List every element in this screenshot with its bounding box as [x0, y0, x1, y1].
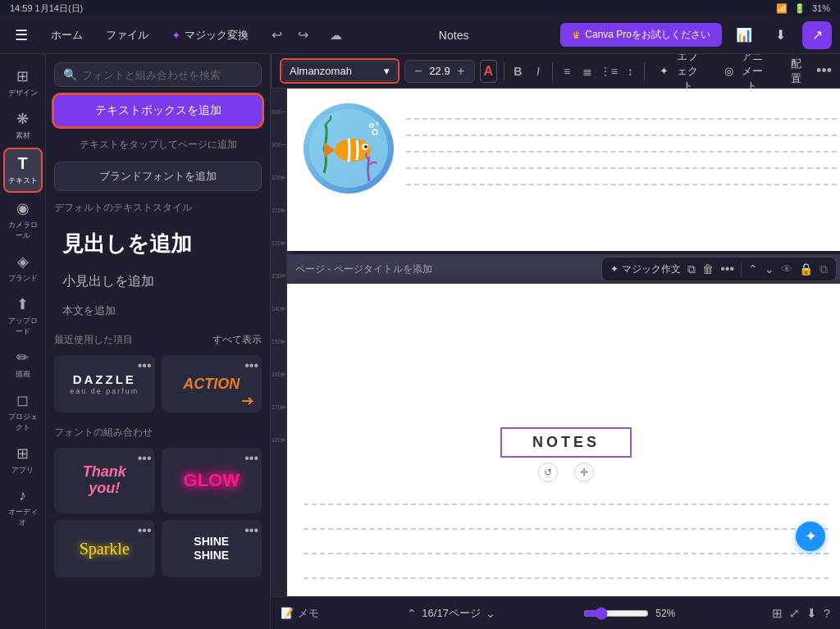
tap-hint-text: テキストをタップしてページに追加 — [54, 133, 262, 157]
fullscreen-button[interactable]: ⤢ — [789, 606, 800, 621]
memo-button[interactable]: 📝 メモ — [281, 606, 319, 621]
combo-item-shine[interactable]: ••• SHINESHINE — [162, 520, 262, 577]
add-textbox-button[interactable]: テキストボックスを追加 — [54, 95, 262, 126]
undo-button[interactable]: ↩ — [265, 24, 288, 47]
combo-item-more-2[interactable]: ••• — [244, 451, 258, 466]
canvas-lock-button[interactable]: 🔒 — [799, 262, 813, 276]
font-search-input[interactable] — [82, 69, 253, 81]
hamburger-button[interactable]: ☰ — [8, 22, 34, 48]
see-all-recent-button[interactable]: すべて表示 — [212, 333, 262, 347]
notes-text: NOTES — [527, 434, 605, 451]
notes-textbox[interactable]: NOTES — [500, 427, 632, 458]
text-color-button[interactable]: A — [480, 60, 497, 83]
canvas-page-fish — [287, 87, 840, 251]
sidebar-item-design[interactable]: ⊞ デザイン — [3, 62, 43, 103]
sidebar-item-brand[interactable]: ◈ ブランド — [3, 248, 43, 289]
canvas-nav-down[interactable]: ⌄ — [765, 262, 774, 276]
canvas-layer-button[interactable]: ⧉ — [819, 262, 828, 276]
recent-item-more-1[interactable]: ••• — [138, 358, 152, 373]
align-left-button[interactable]: ≡ — [559, 60, 575, 83]
zoom-control: 52% — [583, 607, 683, 620]
sidebar-item-elements[interactable]: ❋ 素材 — [3, 105, 43, 146]
design-icon: ⊞ — [16, 67, 29, 85]
bottom-bar: 📝 メモ ⌃ 16/17ページ ⌄ 52% ⊞ ⤢ ⬇ ? — [271, 596, 840, 629]
italic-button[interactable]: I — [531, 60, 546, 83]
fab-icon: ✦ — [805, 527, 817, 545]
redo-button[interactable]: ↪ — [291, 24, 314, 47]
recent-item-dazzle[interactable]: ••• DAZZLE eau de parfum — [54, 355, 155, 412]
sidebar-item-audio[interactable]: ♪ オーディオ — [3, 482, 43, 533]
magic-transform-button[interactable]: ✦ マジック変換 — [165, 25, 255, 46]
font-size-decrease[interactable]: − — [410, 62, 427, 80]
font-combos-header: フォントの組み合わせ — [54, 426, 262, 440]
glow-preview: GLOW — [184, 470, 240, 491]
dazzle-preview: DAZZLE eau de parfum — [70, 372, 139, 395]
fab-button[interactable]: ✦ — [796, 522, 825, 551]
page-nav-down-button[interactable]: ⌄ — [486, 607, 495, 620]
add-headline-button[interactable]: 見出しを追加 — [54, 223, 262, 265]
top-page-lines — [406, 103, 837, 200]
canvas-eye-button[interactable]: 👁 — [781, 262, 792, 276]
sidebar-item-projects[interactable]: ◻ プロジェクト — [3, 386, 43, 438]
combo-item-glow[interactable]: ••• GLOW — [162, 448, 262, 513]
magic-write-button[interactable]: ✦ マジック作文 — [610, 262, 681, 276]
home-menu-button[interactable]: ホーム — [44, 25, 89, 46]
action-preview: ACTION — [183, 376, 240, 393]
help-button[interactable]: ? — [824, 606, 830, 621]
delete-button[interactable]: 🗑 — [702, 262, 714, 276]
add-subheadline-button[interactable]: 小見出しを追加 — [54, 268, 262, 295]
sidebar-item-camera[interactable]: ◉ カメラロール — [3, 194, 43, 246]
sidebar-item-draw[interactable]: ✏ 描画 — [3, 344, 43, 385]
zoom-percentage: 52% — [655, 608, 683, 619]
canva-pro-button[interactable]: ♛ Canva Proをお試しください — [560, 23, 722, 47]
spacing-button[interactable]: ↕ — [623, 60, 638, 83]
download-button[interactable]: ⬇ — [766, 21, 794, 49]
combo-item-more-4[interactable]: ••• — [244, 523, 258, 538]
add-body-button[interactable]: 本文を追加 — [54, 299, 262, 323]
add-brand-font-button[interactable]: ブランドフォントを追加 — [54, 162, 262, 191]
more-options-button[interactable]: ••• — [816, 60, 832, 83]
canvas-area: 1002003004005006007008009001000110012001… — [271, 54, 840, 596]
page-nav-up-button[interactable]: ⌃ — [407, 607, 417, 620]
bottom-download-button[interactable]: ⬇ — [806, 606, 817, 621]
canvas-scroll[interactable]: ページ - ページタイトルを添加 ✦ マジック作文 ⧉ 🗑 ••• ⌃ ⌄ 👁 … — [287, 71, 840, 596]
fish-illustration — [304, 103, 402, 202]
analytics-button[interactable]: 📊 — [730, 21, 758, 49]
share-button[interactable]: ↗ — [802, 21, 832, 49]
duplicate-button[interactable]: ⧉ — [687, 262, 696, 276]
align-center-button[interactable]: ≣ — [579, 60, 595, 83]
default-styles-label: デフォルトのテキストスタイル — [54, 201, 262, 215]
font-selector-wrapper: Almanzomah ▾ — [280, 58, 399, 84]
bold-button[interactable]: B — [510, 60, 526, 83]
combo-item-more-3[interactable]: ••• — [138, 523, 152, 538]
combo-item-thank-you[interactable]: ••• Thankyou! — [54, 448, 155, 513]
canvas-floating-toolbar: ✦ マジック作文 ⧉ 🗑 ••• ⌃ ⌄ 👁 🔒 ⧉ — [601, 257, 837, 281]
fish-svg — [308, 107, 390, 189]
sidebar-item-text[interactable]: T テキスト — [3, 148, 43, 193]
more-canvas-button[interactable]: ••• — [720, 262, 734, 276]
canvas-nav-up[interactable]: ⌃ — [748, 262, 758, 276]
font-size-increase[interactable]: + — [453, 62, 469, 80]
zoom-slider[interactable] — [583, 607, 649, 620]
combo-item-more-1[interactable]: ••• — [138, 451, 152, 466]
grid-view-button[interactable]: ⊞ — [772, 606, 783, 621]
sidebar-item-upload[interactable]: ⬆ アップロード — [3, 290, 43, 342]
cloud-save-button[interactable]: ☁ — [324, 24, 347, 47]
arrange-button[interactable]: 配置 — [781, 53, 811, 89]
battery-icon: 🔋 — [794, 3, 806, 14]
bottom-icons: ⊞ ⤢ ⬇ ? — [772, 606, 830, 621]
move-handle[interactable]: ✛ — [574, 463, 594, 482]
upload-icon: ⬆ — [16, 295, 29, 313]
projects-icon: ◻ — [16, 391, 29, 409]
combo-item-sparkle[interactable]: ••• Sparkle — [54, 520, 155, 577]
sidebar-item-apps[interactable]: ⊞ アプリ — [3, 440, 43, 481]
font-selector[interactable]: Almanzomah ▾ — [282, 61, 397, 81]
recent-item-action[interactable]: ••• ACTION — [162, 355, 262, 412]
list-button[interactable]: ⋮≡ — [600, 60, 618, 83]
animate-icon: ◎ — [724, 65, 733, 77]
recent-header: 最近使用した項目 すべて表示 — [54, 333, 262, 347]
fish-circle — [304, 103, 394, 194]
file-menu-button[interactable]: ファイル — [99, 25, 155, 46]
rotate-handle[interactable]: ↺ — [538, 463, 558, 482]
recent-item-more-2[interactable]: ••• — [244, 358, 258, 373]
